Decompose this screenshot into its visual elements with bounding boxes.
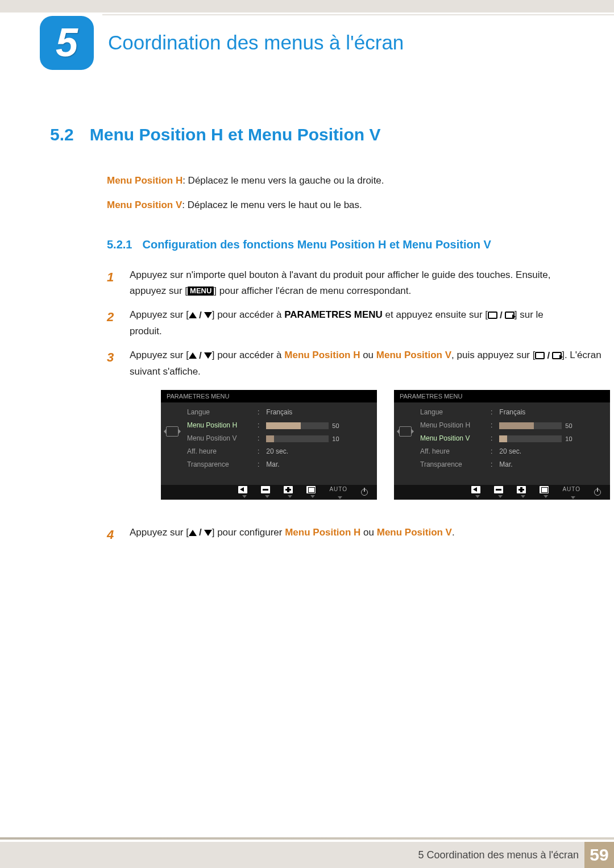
osd-position-icon <box>399 426 412 437</box>
section-number: 5.2 <box>50 125 74 144</box>
chapter-header: 5 Coordination des menus à l'écran <box>0 14 614 71</box>
step-1: 1 Appuyez sur n'importe quel bouton à l'… <box>107 267 564 299</box>
step-4-end: . <box>452 527 455 538</box>
osd-position-icon <box>166 426 179 437</box>
up-down-arrows-icon: / <box>189 348 212 364</box>
osd-mph-slider <box>499 422 562 429</box>
page-footer: 5 Coordination des menus à l'écran 59 <box>0 842 614 868</box>
osd-aff-label: Aff. heure <box>184 446 258 458</box>
definition-v: Menu Position V: Déplacez le menu vers l… <box>107 197 564 213</box>
osd-mph-slider <box>266 422 329 429</box>
osd-title-bar: PARAMETRES MENU <box>394 390 610 402</box>
osd-trans-value: Mar. <box>499 459 512 471</box>
osd-minus-icon <box>494 486 503 493</box>
chapter-title: Coordination des menus à l'écran <box>108 31 404 54</box>
source-enter-icon: / <box>535 348 562 364</box>
top-accent-bar <box>0 0 614 13</box>
step-4-number: 4 <box>107 525 118 545</box>
source-enter-icon: / <box>488 308 515 323</box>
step-2-parametres: PARAMETRES MENU <box>284 309 383 320</box>
chapter-number-badge: 5 <box>40 16 94 70</box>
osd-langue-value: Français <box>499 407 525 418</box>
step-3-or: ou <box>360 350 376 360</box>
osd-auto-label: AUTO <box>329 485 347 495</box>
definition-h-text: : Déplacez le menu vers la gauche ou la … <box>182 175 384 186</box>
osd-mpv-label: Menu Position V <box>184 433 258 445</box>
osd-enter-icon <box>540 486 549 493</box>
osd-auto-label: AUTO <box>562 485 580 495</box>
osd-aff-value: 20 sec. <box>266 446 288 458</box>
step-2-body: Appuyez sur [/] pour accéder à PARAMETRE… <box>130 307 564 339</box>
osd-trans-label: Transparence <box>417 459 491 471</box>
step-1-text-b: ] pour afficher l'écran de menu correspo… <box>214 285 411 296</box>
definition-h-label: Menu Position H <box>107 175 182 186</box>
osd-title-bar: PARAMETRES MENU <box>161 390 377 402</box>
step-4-mph: Menu Position H <box>285 527 360 538</box>
step-3-text-b: ] pour accéder à <box>212 350 285 360</box>
step-3-text-c: , puis appuyez sur [ <box>451 350 535 360</box>
osd-mpv-label: Menu Position V <box>417 433 491 445</box>
step-4-mpv: Menu Position V <box>377 527 452 538</box>
step-1-number: 1 <box>107 267 118 299</box>
osd-mph-label: Menu Position H <box>417 420 491 431</box>
osd-button-bar: AUTO <box>394 485 610 500</box>
step-4-body: Appuyez sur [/] pour configurer Menu Pos… <box>130 525 564 545</box>
osd-back-icon <box>238 486 247 493</box>
page-number: 59 <box>584 842 614 868</box>
step-4-text-b: ] pour configurer <box>212 527 285 538</box>
up-down-arrows-icon: / <box>189 525 212 541</box>
osd-plus-icon <box>284 486 293 493</box>
step-2-text-a: Appuyez sur [ <box>130 309 189 320</box>
osd-power-icon <box>361 489 368 496</box>
header-divider <box>102 14 614 15</box>
osd-sidebar <box>161 402 184 485</box>
up-down-arrows-icon: / <box>189 308 212 323</box>
osd-mph-value: 50 <box>332 421 339 431</box>
osd-mpv-value: 10 <box>565 434 572 444</box>
step-3-mpv: Menu Position V <box>376 350 451 360</box>
step-2-number: 2 <box>107 307 118 339</box>
osd-aff-label: Aff. heure <box>417 446 491 458</box>
footer-accent-bar <box>0 837 614 840</box>
step-3-body: Appuyez sur [/] pour accéder à Menu Posi… <box>130 347 610 517</box>
subsection-number: 5.2.1 <box>107 238 132 251</box>
section-title: Menu Position H et Menu Position V <box>90 125 381 144</box>
step-2: 2 Appuyez sur [/] pour accéder à PARAMET… <box>107 307 564 339</box>
osd-panel-v: PARAMETRES MENU Langue:Français Menu Pos… <box>394 390 610 500</box>
osd-trans-label: Transparence <box>184 459 258 471</box>
step-2-text-b: ] pour accéder à <box>212 309 285 320</box>
osd-enter-icon <box>306 486 316 493</box>
osd-mpv-slider <box>499 435 562 442</box>
footer-text: 5 Coordination des menus à l'écran <box>418 849 579 861</box>
definition-v-text: : Déplacez le menu vers le haut ou le ba… <box>182 200 362 210</box>
step-4-text-a: Appuyez sur [ <box>130 527 189 538</box>
osd-back-icon <box>471 486 480 493</box>
osd-mph-label: Menu Position H <box>184 420 258 431</box>
subsection-heading: 5.2.1 Configuration des fonctions Menu P… <box>107 238 564 251</box>
definition-h: Menu Position H: Déplacez le menu vers l… <box>107 173 564 188</box>
step-4-or: ou <box>360 527 376 538</box>
osd-aff-value: 20 sec. <box>499 446 521 458</box>
osd-sidebar <box>394 402 417 485</box>
step-4: 4 Appuyez sur [/] pour configurer Menu P… <box>107 525 564 545</box>
osd-mph-value: 50 <box>565 421 572 431</box>
definition-v-label: Menu Position V <box>107 200 182 210</box>
step-3-text-a: Appuyez sur [ <box>130 350 189 360</box>
step-1-body: Appuyez sur n'importe quel bouton à l'av… <box>130 267 564 299</box>
section-heading: 5.2 Menu Position H et Menu Position V <box>50 125 564 144</box>
menu-button-icon: MENU <box>188 286 214 296</box>
osd-panel-h: PARAMETRES MENU Langue:Français Menu Pos… <box>161 390 377 500</box>
step-2-text-c: et appuyez ensuite sur [ <box>383 309 488 320</box>
step-3-number: 3 <box>107 347 118 517</box>
osd-langue-label: Langue <box>417 407 491 418</box>
subsection-title: Configuration des fonctions Menu Positio… <box>142 238 491 251</box>
osd-langue-value: Français <box>266 407 292 418</box>
osd-plus-icon <box>517 486 526 493</box>
osd-button-bar: AUTO <box>161 485 377 500</box>
osd-power-icon <box>594 489 601 496</box>
step-3: 3 Appuyez sur [/] pour accéder à Menu Po… <box>107 347 564 517</box>
osd-mpv-slider <box>266 435 329 442</box>
osd-langue-label: Langue <box>184 407 258 418</box>
osd-trans-value: Mar. <box>266 459 279 471</box>
osd-minus-icon <box>261 486 270 493</box>
